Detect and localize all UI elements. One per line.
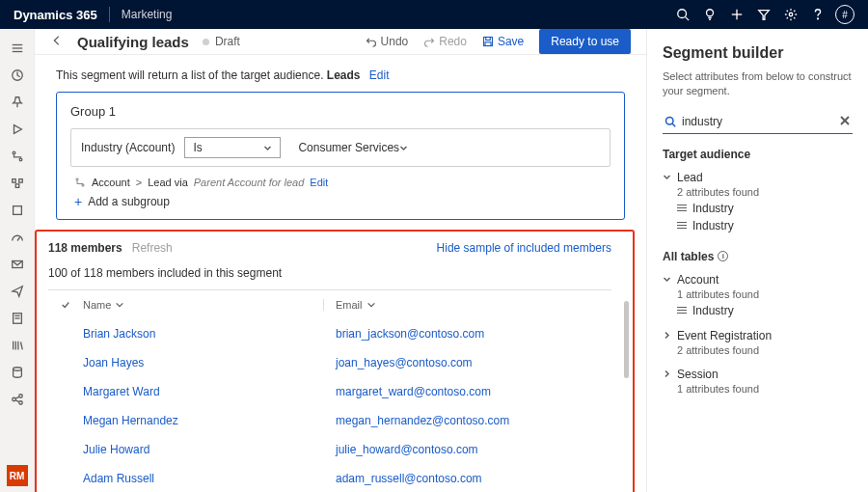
table-row: Brian Jacksonbrian_jackson@contoso.com (48, 319, 611, 348)
gear-icon[interactable] (777, 0, 804, 29)
brand-name: Dynamics 365 (14, 8, 97, 22)
svg-point-34 (18, 395, 22, 398)
member-email-link[interactable]: brian_jackson@contoso.com (324, 327, 611, 341)
svg-rect-18 (12, 179, 15, 183)
members-subtext: 100 of 118 members included in this segm… (48, 266, 611, 280)
col-name[interactable]: Name (83, 299, 324, 311)
undo-button[interactable]: Undo (358, 31, 417, 52)
rail-pin-icon[interactable] (0, 89, 35, 116)
page-header: Qualifying leads Draft Undo Redo Save Re… (35, 29, 646, 55)
relation-edit-link[interactable]: Edit (310, 177, 328, 188)
idea-icon[interactable] (696, 0, 723, 29)
member-email-link[interactable]: joan_hayes@contoso.com (324, 356, 611, 369)
save-button[interactable]: Save (475, 31, 531, 52)
member-name-link[interactable]: Megan Hernandez (83, 414, 324, 427)
table-row: Margaret Wardmargaret_ward@contoso.com (48, 377, 611, 406)
member-name-link[interactable]: Brian Jackson (83, 327, 324, 341)
ready-to-use-button[interactable]: Ready to use (539, 29, 631, 54)
info-icon[interactable]: i (718, 251, 728, 261)
svg-rect-20 (15, 184, 19, 188)
attr-industry[interactable]: Industry (677, 304, 853, 317)
value-dropdown[interactable]: Consumer Services (290, 138, 416, 157)
rail-org-badge[interactable]: RM (7, 465, 28, 486)
search-icon[interactable] (669, 0, 696, 29)
user-avatar[interactable]: # (835, 5, 854, 24)
attr-industry[interactable]: Industry (677, 202, 853, 215)
add-icon[interactable] (723, 0, 750, 29)
table-header: Name Email (48, 290, 611, 319)
product-name: Marketing (122, 8, 173, 21)
svg-line-22 (17, 237, 20, 241)
segment-builder-panel: Segment builder Select attributes from b… (646, 29, 868, 492)
svg-point-33 (12, 397, 15, 401)
rail-journey-icon[interactable] (0, 143, 35, 170)
rail-library-icon[interactable] (0, 332, 35, 359)
member-name-link[interactable]: Adam Russell (83, 472, 324, 485)
member-email-link[interactable]: megan_hernandez@contoso.com (324, 414, 611, 427)
brand-divider (109, 7, 110, 22)
svg-point-0 (678, 10, 687, 18)
member-email-link[interactable]: margaret_ward@contoso.com (324, 385, 611, 398)
builder-title: Segment builder (663, 44, 853, 62)
rail-segment-icon[interactable] (0, 170, 35, 197)
tree-lead[interactable]: Lead (663, 171, 853, 184)
filter-icon[interactable] (750, 0, 777, 29)
attribute-search[interactable] (663, 111, 853, 134)
svg-marker-15 (14, 125, 21, 134)
svg-point-2 (707, 10, 714, 16)
rail-share-icon[interactable] (0, 386, 35, 413)
rail-placeholder-icon[interactable] (0, 197, 35, 224)
rail-page-icon[interactable] (0, 305, 35, 332)
add-subgroup-button[interactable]: + Add a subgroup (74, 194, 610, 209)
svg-point-43 (666, 118, 674, 125)
segment-description: This segment will return a list of the t… (35, 55, 646, 92)
group-title: Group 1 (70, 104, 610, 119)
clear-search-icon[interactable] (839, 115, 851, 129)
tree-account[interactable]: Account (663, 273, 853, 287)
svg-line-37 (15, 400, 19, 402)
attr-industry[interactable]: Industry (677, 219, 853, 232)
members-table: Name Email Brian Jacksonbrian_jackson@co… (48, 289, 611, 492)
member-name-link[interactable]: Joan Hayes (83, 356, 324, 369)
select-all-checkbox[interactable] (48, 300, 83, 310)
filter-attribute: Industry (Account) (81, 141, 175, 154)
svg-line-36 (15, 396, 19, 398)
svg-marker-24 (12, 287, 22, 297)
rail-dashboard-icon[interactable] (0, 224, 35, 251)
svg-point-17 (19, 158, 22, 161)
target-audience-title: Target audience (663, 148, 853, 161)
search-icon (665, 116, 676, 127)
table-row: Megan Hernandezmegan_hernandez@contoso.c… (48, 406, 611, 435)
member-email-link[interactable]: adam_russell@contoso.com (324, 472, 611, 485)
refresh-link[interactable]: Refresh (132, 241, 173, 255)
global-header: Dynamics 365 Marketing # (0, 0, 868, 29)
rail-send-icon[interactable] (0, 278, 35, 305)
status-text: Draft (215, 35, 240, 48)
member-name-link[interactable]: Margaret Ward (83, 385, 324, 398)
desc-edit-link[interactable]: Edit (369, 68, 390, 82)
svg-line-31 (20, 342, 22, 350)
back-button[interactable] (50, 34, 71, 50)
rail-recent-icon[interactable] (0, 62, 35, 89)
plus-icon: + (74, 194, 82, 209)
members-preview-panel: 118 members Refresh Hide sample of inclu… (35, 230, 635, 492)
rail-data-icon[interactable] (0, 359, 35, 386)
help-icon[interactable] (804, 0, 831, 29)
hide-sample-link[interactable]: Hide sample of included members (437, 241, 611, 255)
operator-dropdown[interactable]: Is (184, 137, 281, 158)
rail-play-icon[interactable] (0, 116, 35, 143)
member-name-link[interactable]: Julie Howard (83, 443, 324, 456)
svg-point-41 (76, 178, 78, 180)
search-input[interactable] (682, 115, 839, 128)
svg-point-16 (13, 151, 15, 154)
svg-line-1 (686, 17, 690, 21)
tree-session[interactable]: Session (663, 368, 853, 381)
rail-mail-icon[interactable] (0, 251, 35, 278)
rail-menu-icon[interactable] (0, 35, 35, 62)
filter-row: Industry (Account) Is Consumer Services (70, 128, 610, 167)
tree-event-registration[interactable]: Event Registration (663, 329, 853, 342)
table-scrollbar[interactable] (624, 301, 629, 378)
builder-desc: Select attributes from below to construc… (663, 69, 853, 99)
col-email[interactable]: Email (324, 299, 611, 311)
member-email-link[interactable]: julie_howard@contoso.com (324, 443, 611, 456)
